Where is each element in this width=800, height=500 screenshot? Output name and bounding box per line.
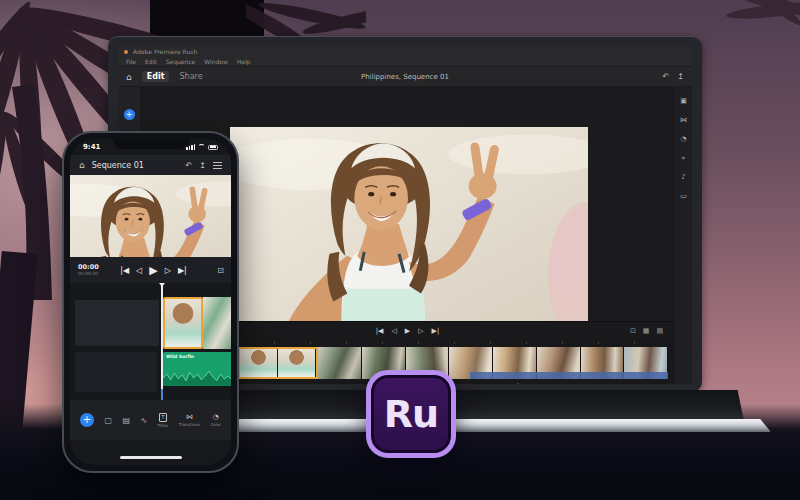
undo-icon[interactable]: ↶	[663, 72, 670, 81]
speed-icon[interactable]: »	[681, 154, 685, 162]
color-icon[interactable]: ◔	[680, 135, 686, 143]
transitions-icon: ⋈	[186, 413, 193, 421]
scene: Adobe Premiere Rush File Edit Sequence W…	[0, 0, 800, 500]
video-frame-woman	[70, 175, 231, 257]
media-icon[interactable]: ▢	[104, 416, 112, 425]
selected-clip[interactable]	[238, 347, 318, 379]
transitions-icon[interactable]: ⋈	[680, 116, 687, 124]
fullscreen-icon[interactable]: ⊡	[217, 266, 224, 275]
menu-icon[interactable]	[213, 162, 222, 169]
titles-button[interactable]: T Titles	[158, 413, 169, 428]
wifi-icon	[198, 144, 205, 151]
premiere-rush-logo: Ru	[366, 370, 456, 458]
crop-icon[interactable]: ▭	[680, 192, 687, 200]
timeline-clip[interactable]	[318, 347, 362, 379]
transitions-button[interactable]: ⋈ Transitions	[179, 413, 200, 427]
menu-help[interactable]: Help	[237, 58, 251, 65]
transport-bar: 00:00 00:00:00 |◀ ◁ ▶ ▷ ▶| ⊡	[70, 257, 231, 283]
menu-sequence[interactable]: Sequence	[166, 58, 196, 65]
step-back-icon[interactable]: ◁	[136, 266, 142, 275]
right-panel-toolbar: ▣ ⋈ ◔ » ♪ ▭	[675, 87, 692, 384]
color-button[interactable]: ◔ Color	[211, 413, 221, 427]
selected-clip[interactable]	[163, 297, 203, 349]
home-icon[interactable]: ⌂	[126, 72, 132, 82]
play-icon[interactable]: ▶	[405, 327, 410, 335]
menu-file[interactable]: File	[126, 58, 136, 65]
track-height-icon[interactable]: ▤	[656, 327, 663, 335]
step-forward-icon[interactable]: ▷	[165, 266, 171, 275]
phone: 9:41 ⌂ Sequence 01 ↶ ↥ 00:00	[62, 131, 239, 473]
empty-track-block	[75, 300, 159, 346]
go-to-end-icon[interactable]: ▶|	[178, 266, 187, 275]
sequence-title: Sequence 01	[92, 161, 144, 170]
audio-clip-label: Wild Surfin	[166, 354, 194, 359]
tracks-icon[interactable]: ▤	[122, 416, 130, 425]
home-indicator[interactable]	[120, 456, 182, 460]
playhead[interactable]	[161, 283, 163, 389]
timeline-panel: Wild Surfin	[70, 283, 231, 400]
clip-thumbnail	[165, 299, 201, 347]
home-icon[interactable]: ⌂	[79, 160, 85, 170]
app-header: ⌂ Edit Share Philippines, Sequence 01 ↶ …	[118, 67, 692, 87]
step-back-icon[interactable]: ◁	[391, 327, 396, 335]
go-to-start-icon[interactable]: |◀	[376, 327, 384, 335]
step-forward-icon[interactable]: ▷	[418, 327, 423, 335]
tab-share[interactable]: Share	[179, 72, 202, 81]
snap-icon[interactable]: ▦	[643, 327, 650, 335]
status-time: 9:41	[83, 143, 100, 151]
clip-audio-substrip	[470, 372, 668, 379]
go-to-end-icon[interactable]: ▶|	[432, 327, 440, 335]
menu-edit[interactable]: Edit	[145, 58, 157, 65]
clip-thumbnail	[240, 349, 278, 377]
fullscreen-icon[interactable]: ⊡	[630, 327, 636, 335]
titles-icon: T	[159, 413, 167, 422]
playhead-lower	[161, 389, 163, 400]
menu-bar: File Edit Sequence Window Help	[118, 57, 692, 67]
phone-screen: 9:41 ⌂ Sequence 01 ↶ ↥ 00:00	[70, 139, 231, 465]
play-icon[interactable]: ▶	[149, 264, 157, 277]
tab-edit[interactable]: Edit	[142, 71, 170, 82]
timeline-ruler[interactable]	[238, 341, 668, 344]
bottom-toolbar: + ▢ ▤ ∿ T Titles ⋈ Transitions ◔ Color	[70, 400, 231, 440]
menu-window[interactable]: Window	[204, 58, 228, 65]
phone-notch	[113, 139, 189, 149]
window-titlebar: Adobe Premiere Rush	[118, 46, 692, 57]
video-preview[interactable]	[70, 175, 231, 257]
share-export-icon[interactable]: ↥	[677, 72, 684, 81]
empty-track-block	[75, 352, 157, 392]
sequence-title: Philippines, Sequence 01	[118, 73, 692, 81]
audio-clip[interactable]: Wild Surfin	[163, 352, 231, 386]
clip-thumbnail	[278, 349, 316, 377]
color-icon: ◔	[213, 413, 219, 421]
signal-icon	[186, 144, 195, 150]
audio-icon[interactable]: ♪	[681, 173, 685, 181]
graph-icon[interactable]: ∿	[140, 416, 147, 425]
logo-text: Ru	[384, 392, 438, 436]
phone-app-header: ⌂ Sequence 01 ↶ ↥	[70, 155, 231, 175]
battery-icon	[208, 145, 218, 150]
window-title: Adobe Premiere Rush	[133, 48, 197, 55]
video-frame-woman	[230, 127, 588, 321]
video-preview[interactable]	[230, 127, 588, 321]
graphics-icon[interactable]: ▣	[680, 97, 687, 105]
timeline-clip[interactable]	[203, 297, 231, 349]
audio-waveform	[163, 368, 231, 386]
window-control-icon[interactable]	[124, 50, 128, 54]
go-to-start-icon[interactable]: |◀	[120, 266, 129, 275]
undo-icon[interactable]: ↶	[186, 161, 193, 170]
share-export-icon[interactable]: ↥	[199, 161, 206, 170]
add-media-button[interactable]: +	[80, 413, 94, 427]
add-media-button[interactable]: +	[124, 109, 135, 120]
